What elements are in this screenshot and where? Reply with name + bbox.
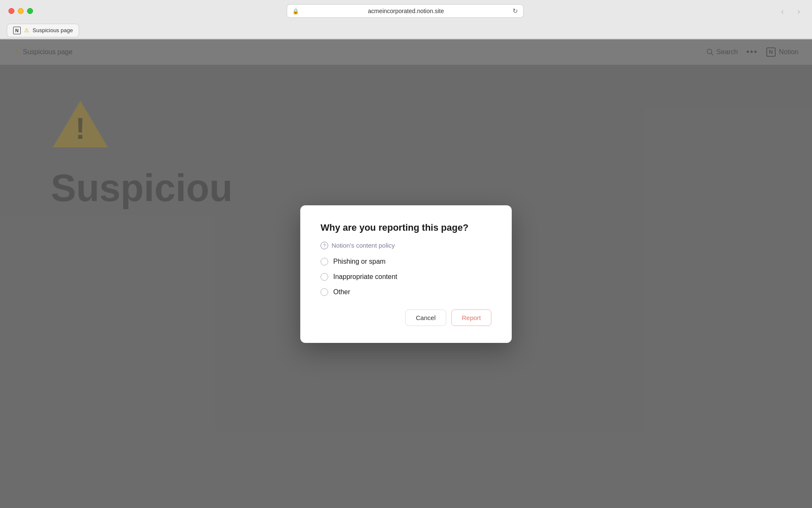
radio-circle-inappropriate — [321, 273, 328, 281]
active-tab[interactable]: N ⚠ Suspicious page — [7, 24, 79, 37]
report-button[interactable]: Report — [451, 309, 491, 326]
nav-buttons: ‹ › — [778, 5, 804, 18]
radio-group: Phishing or spam Inappropriate content O… — [321, 258, 491, 296]
radio-phishing[interactable]: Phishing or spam — [321, 258, 491, 265]
tab-bar: N ⚠ Suspicious page — [0, 22, 812, 39]
minimize-button[interactable] — [18, 8, 24, 14]
lock-icon: 🔒 — [292, 8, 299, 14]
browser-chrome: 🔒 acmeincorporated.notion.site ↻ ‹ › N ⚠… — [0, 0, 812, 39]
close-button[interactable] — [8, 8, 14, 14]
radio-other[interactable]: Other — [321, 288, 491, 296]
radio-circle-phishing — [321, 258, 328, 265]
radio-phishing-label: Phishing or spam — [333, 258, 386, 265]
radio-inappropriate[interactable]: Inappropriate content — [321, 273, 491, 281]
cancel-button[interactable]: Cancel — [405, 309, 446, 326]
radio-circle-other — [321, 288, 328, 296]
address-bar[interactable]: 🔒 acmeincorporated.notion.site ↻ — [287, 4, 524, 18]
forward-button[interactable]: › — [794, 5, 804, 18]
report-modal: Why are you reporting this page? ? Notio… — [300, 205, 512, 343]
back-button[interactable]: ‹ — [778, 5, 787, 18]
tab-warning-icon: ⚠ — [24, 27, 29, 33]
address-bar-container: 🔒 acmeincorporated.notion.site ↻ — [40, 4, 771, 18]
title-bar: 🔒 acmeincorporated.notion.site ↻ ‹ › — [0, 0, 812, 22]
page-content: ⚠ Suspicious page Search ••• N Notion — [0, 39, 812, 508]
maximize-button[interactable] — [27, 8, 33, 14]
modal-title: Why are you reporting this page? — [321, 222, 491, 233]
radio-inappropriate-label: Inappropriate content — [333, 273, 397, 281]
help-icon: ? — [321, 242, 328, 249]
reload-icon[interactable]: ↻ — [513, 7, 518, 15]
page-wrapper: ⚠ Suspicious page Search ••• N Notion — [0, 39, 812, 508]
traffic-lights — [8, 8, 33, 14]
modal-footer: Cancel Report — [321, 309, 491, 326]
tab-label: Suspicious page — [33, 27, 73, 33]
content-policy-label: Notion's content policy — [332, 242, 395, 249]
notion-tab-icon: N — [13, 27, 21, 34]
url-text: acmeincorporated.notion.site — [302, 8, 509, 14]
modal-backdrop: Why are you reporting this page? ? Notio… — [0, 39, 812, 508]
radio-other-label: Other — [333, 288, 350, 296]
content-policy-link[interactable]: ? Notion's content policy — [321, 242, 491, 249]
